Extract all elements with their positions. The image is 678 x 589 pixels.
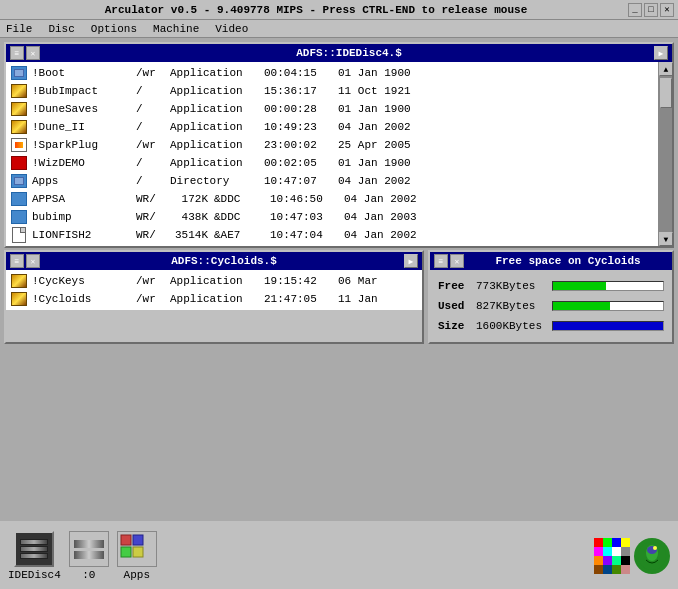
freespace-free-label: Free — [438, 280, 470, 292]
freespace-close-btn[interactable]: ✕ — [450, 254, 464, 268]
filer-scroll-right[interactable]: ▶ — [654, 46, 668, 60]
file-time: 10:47:04 — [270, 229, 340, 241]
main-area: ≡ ✕ ADFS::IDEDisc4.$ ▶ !Boot — [0, 38, 678, 589]
table-row[interactable]: !Cycloids /wr Application 21:47:05 11 Ja… — [10, 290, 418, 308]
file-time: 19:15:42 — [264, 275, 334, 287]
freespace-used-fill — [553, 302, 610, 310]
title-bar-buttons: _ □ ✕ — [628, 3, 674, 17]
table-row[interactable]: !Dune_II / Application 10:49:23 04 Jan 2… — [10, 118, 654, 136]
cycloids-close-btn[interactable]: ✕ — [26, 254, 40, 268]
file-attr: / — [136, 157, 166, 169]
close-button[interactable]: ✕ — [660, 3, 674, 17]
color-picker-icon[interactable] — [594, 538, 630, 574]
filer-title-icons: ≡ ✕ — [10, 46, 40, 60]
app-icon — [11, 102, 27, 116]
file-time: 10:47:07 — [264, 175, 334, 187]
file-icon — [10, 173, 28, 189]
dir-icon — [11, 192, 27, 206]
acorn-icon[interactable] — [634, 538, 670, 574]
file-type: Application — [170, 121, 260, 133]
freespace-size-value: 1600KBytes — [476, 320, 546, 332]
table-row[interactable]: LIONFISH2 WR/ 3514K &AE7 10:47:04 04 Jan… — [10, 226, 654, 244]
cycloids-filer-window: ≡ ✕ ADFS::Cycloids.$ ▶ !CycKeys /wr Appl… — [4, 250, 424, 344]
cycloids-file-list: !CycKeys /wr Application 19:15:42 06 Mar… — [6, 270, 422, 310]
file-time: 00:02:05 — [264, 157, 334, 169]
task-items: IDEDisc4 :0 — [8, 531, 594, 581]
file-icon — [10, 119, 28, 135]
menu-disc[interactable]: Disc — [46, 23, 76, 35]
file-name: !Boot — [32, 67, 132, 79]
table-row[interactable]: Apps / Directory 10:47:07 04 Jan 2002 — [10, 172, 654, 190]
main-filer-scrollbar[interactable]: ▲ ▼ — [658, 62, 672, 246]
file-type: Application — [170, 67, 260, 79]
main-filer-title: ≡ ✕ ADFS::IDEDisc4.$ ▶ — [6, 44, 672, 62]
file-attr: / — [136, 121, 166, 133]
file-attr: / — [136, 85, 166, 97]
table-row[interactable]: bubimp WR/ 438K &DDC 10:47:03 04 Jan 200… — [10, 208, 654, 226]
cycloids-toggle-btn[interactable]: ≡ — [10, 254, 24, 268]
file-time: 10:47:03 — [270, 211, 340, 223]
menu-options[interactable]: Options — [89, 23, 139, 35]
minimize-button[interactable]: _ — [628, 3, 642, 17]
menu-video[interactable]: Video — [213, 23, 250, 35]
taskbar-apps-label: Apps — [124, 569, 150, 581]
cycloids-scroll-right[interactable]: ▶ — [404, 254, 418, 268]
scroll-down-btn[interactable]: ▼ — [659, 232, 673, 246]
maximize-button[interactable]: □ — [644, 3, 658, 17]
file-attr: / — [136, 175, 166, 187]
filer-toggle-btn[interactable]: ≡ — [10, 46, 24, 60]
file-type: &DDC — [214, 193, 266, 205]
file-time: 10:46:50 — [270, 193, 340, 205]
file-attr: / — [136, 103, 166, 115]
taskbar-item-zero[interactable]: :0 — [69, 531, 109, 581]
table-row[interactable]: APPSA WR/ 172K &DDC 10:46:50 04 Jan 2002 — [10, 190, 654, 208]
file-date: 04 Jan 2003 — [344, 211, 424, 223]
table-row[interactable]: !DuneSaves / Application 00:00:28 01 Jan… — [10, 100, 654, 118]
freespace-used-label: Used — [438, 300, 470, 312]
file-type-icon — [12, 227, 26, 243]
freespace-content: Free 773KBytes Used 827KBytes Size 1600K… — [430, 270, 672, 342]
table-row[interactable]: !BubImpact / Application 15:36:17 11 Oct… — [10, 82, 654, 100]
idedisc4-icon — [14, 531, 54, 567]
file-date: 04 Jan 2002 — [338, 175, 418, 187]
main-filer-window: ≡ ✕ ADFS::IDEDisc4.$ ▶ !Boot — [4, 42, 674, 248]
freespace-size-label: Size — [438, 320, 470, 332]
table-row[interactable]: !CycKeys /wr Application 19:15:42 06 Mar — [10, 272, 418, 290]
freespace-free-fill — [553, 282, 606, 290]
file-list: !Boot /wr Application 00:04:15 01 Jan 19… — [6, 62, 658, 246]
freespace-size-row: Size 1600KBytes — [438, 316, 664, 336]
svg-rect-0 — [121, 535, 131, 545]
file-icon — [10, 291, 28, 307]
scroll-thumb[interactable] — [660, 78, 672, 108]
file-attr: /wr — [136, 67, 166, 79]
menu-file[interactable]: File — [4, 23, 34, 35]
table-row[interactable]: !Boot /wr Application 00:04:15 01 Jan 19… — [10, 64, 654, 82]
table-row[interactable]: !SparkPlug /wr Application 23:00:02 25 A… — [10, 136, 654, 154]
file-name: Apps — [32, 175, 132, 187]
file-attr: WR/ — [136, 211, 166, 223]
freespace-title-text: Free space on Cycloids — [468, 255, 668, 267]
scroll-up-btn[interactable]: ▲ — [659, 62, 673, 76]
filer-close-btn[interactable]: ✕ — [26, 46, 40, 60]
file-name: !SparkPlug — [32, 139, 132, 151]
file-time: 10:49:23 — [264, 121, 334, 133]
freespace-title-icons: ≡ ✕ — [434, 254, 464, 268]
freespace-toggle-btn[interactable]: ≡ — [434, 254, 448, 268]
table-row[interactable]: !WizDEMO / Application 00:02:05 01 Jan 1… — [10, 154, 654, 172]
app-icon — [11, 274, 27, 288]
menu-machine[interactable]: Machine — [151, 23, 201, 35]
file-date: 04 Jan 2002 — [344, 193, 424, 205]
taskbar-item-idedisc4[interactable]: IDEDisc4 — [8, 531, 61, 581]
file-type: Application — [170, 157, 260, 169]
bottom-row: ≡ ✕ ADFS::Cycloids.$ ▶ !CycKeys /wr Appl… — [4, 250, 674, 344]
scroll-track[interactable] — [659, 76, 672, 232]
app-icon — [11, 120, 27, 134]
file-name: !DuneSaves — [32, 103, 132, 115]
taskbar-item-apps[interactable]: Apps — [117, 531, 157, 581]
file-name: LIONFISH2 — [32, 229, 132, 241]
file-type: Directory — [170, 175, 260, 187]
file-icon — [10, 191, 28, 207]
freespace-free-row: Free 773KBytes — [438, 276, 664, 296]
file-type: Application — [170, 85, 260, 97]
file-date: 11 Jan — [338, 293, 418, 305]
